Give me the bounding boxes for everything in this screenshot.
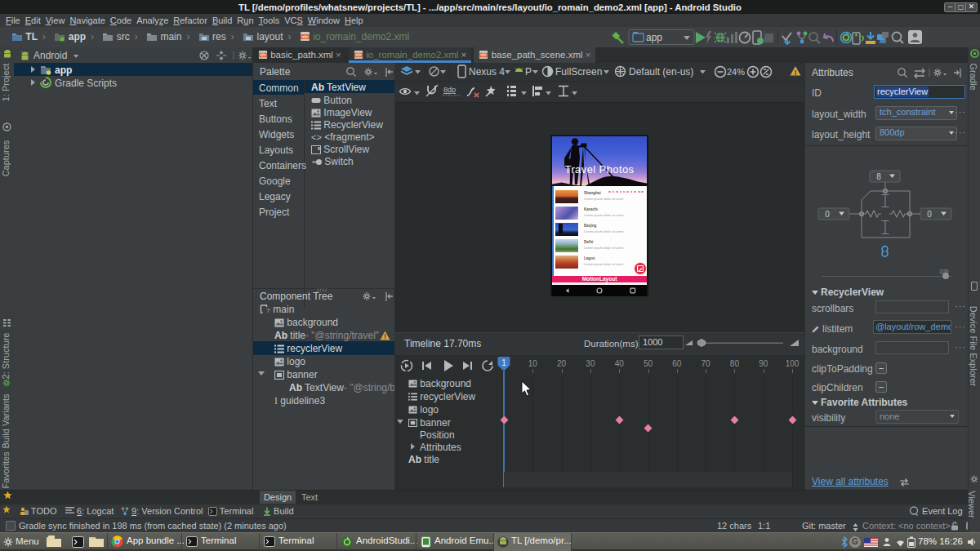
svg-text:8dp: 8dp — [443, 86, 456, 94]
svg-text:8: 8 — [876, 172, 881, 181]
svg-text:?: ? — [266, 307, 270, 313]
svg-text:24%: 24% — [727, 67, 745, 77]
svg-text:</>: </> — [481, 52, 487, 57]
svg-text:1: 1 — [501, 358, 506, 367]
svg-text:!: ! — [384, 332, 386, 340]
svg-text:</>: </> — [355, 52, 361, 57]
svg-text:</>: </> — [260, 52, 265, 57]
svg-text:0: 0 — [825, 210, 830, 219]
svg-text:!: ! — [795, 69, 797, 77]
svg-text:FullScreen: FullScreen — [555, 66, 602, 78]
svg-text:0: 0 — [927, 210, 932, 219]
svg-text:P: P — [525, 66, 532, 78]
svg-text:Default (en-us): Default (en-us) — [629, 66, 693, 78]
svg-text:app: app — [646, 32, 662, 43]
svg-text:</>: </> — [301, 34, 308, 39]
svg-text:Nexus 4: Nexus 4 — [469, 66, 505, 78]
